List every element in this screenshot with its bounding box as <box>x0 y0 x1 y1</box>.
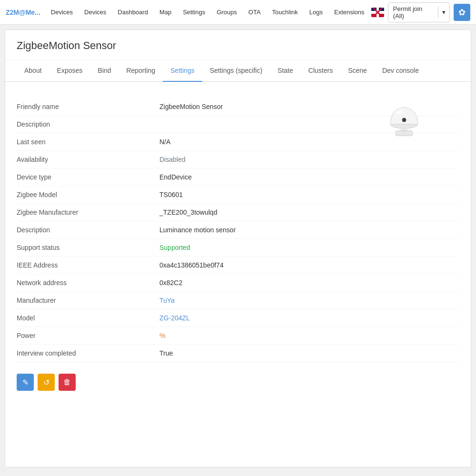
permit-join-label[interactable]: Permit join (All) <box>388 3 438 22</box>
info-value: EndDevice <box>159 173 192 181</box>
delete-icon: 🗑 <box>63 378 71 387</box>
info-label: IEEE Address <box>17 261 159 269</box>
refresh-icon: ↺ <box>43 378 50 387</box>
nav-dashboard[interactable]: Dashboard <box>113 6 153 19</box>
refresh-button[interactable]: ↺ <box>38 374 55 391</box>
main-content: ZigbeeMotion Sensor About Exposes Bind R… <box>5 30 471 467</box>
info-row: ManufacturerTuYa <box>17 292 459 309</box>
nav-extensions[interactable]: Extensions <box>329 6 369 19</box>
tab-settings[interactable]: Settings <box>163 60 202 82</box>
page-title: ZigbeeMotion Sensor <box>5 30 471 60</box>
tabs-container: About Exposes Bind Reporting Settings Se… <box>5 60 471 82</box>
sensor-svg <box>383 99 426 141</box>
info-label: Last seen <box>17 138 159 146</box>
info-row: Power% <box>17 327 459 345</box>
info-row: Zigbee ModelTS0601 <box>17 186 459 204</box>
brand-logo[interactable]: Z2M@Me... <box>6 9 40 16</box>
info-value: Disabled <box>159 156 185 163</box>
info-row: Device typeEndDevice <box>17 169 459 186</box>
info-row: Interview completedTrue <box>17 345 459 362</box>
info-row: ModelZG-204ZL <box>17 309 459 327</box>
info-value: 0xa4c1386051be0f74 <box>159 261 224 269</box>
info-value[interactable]: ZG-204ZL <box>159 314 190 322</box>
info-value: Supported <box>159 244 190 251</box>
navbar-right: Permit join (All) ▾ ✿ <box>371 2 470 22</box>
tab-bind[interactable]: Bind <box>90 60 119 82</box>
info-label: Description <box>17 120 159 128</box>
info-value[interactable]: TuYa <box>159 297 175 304</box>
tab-clusters[interactable]: Clusters <box>301 60 340 82</box>
nav-settings[interactable]: Settings <box>178 6 210 19</box>
info-value: _TZE200_3towulqd <box>159 208 217 216</box>
nav-groups[interactable]: Groups <box>212 6 242 19</box>
nav-ota[interactable]: OTA <box>244 6 266 19</box>
nav-logs[interactable]: Logs <box>305 6 327 19</box>
tab-exposes[interactable]: Exposes <box>50 60 90 82</box>
svg-point-3 <box>403 119 405 121</box>
delete-button[interactable]: 🗑 <box>59 374 76 391</box>
tab-scene[interactable]: Scene <box>340 60 375 82</box>
info-label: Support status <box>17 244 159 251</box>
info-row: DescriptionLuminance motion sensor <box>17 221 459 239</box>
info-label: Friendly name <box>17 103 159 110</box>
info-row: AvailabilityDisabled <box>17 151 459 169</box>
tab-state[interactable]: State <box>270 60 301 82</box>
info-row: Network address0x82C2 <box>17 274 459 292</box>
device-image <box>376 91 433 149</box>
edit-icon: ✎ <box>22 378 29 387</box>
language-flag[interactable] <box>371 8 384 17</box>
info-label: Network address <box>17 279 159 287</box>
info-value: % <box>159 332 165 339</box>
top-navbar: Z2M@Me... Devices Devices Dashboard Map … <box>0 0 476 25</box>
action-buttons: ✎ ↺ 🗑 <box>17 374 459 391</box>
info-row: Support statusSupported <box>17 239 459 257</box>
edit-button[interactable]: ✎ <box>17 374 34 391</box>
info-value: True <box>159 349 173 357</box>
info-label: Zigbee Model <box>17 191 159 198</box>
permit-join-button[interactable]: Permit join (All) ▾ <box>388 2 450 22</box>
info-row: Zigbee Manufacturer_TZE200_3towulqd <box>17 204 459 221</box>
info-value: 0x82C2 <box>159 279 182 287</box>
tab-reporting[interactable]: Reporting <box>119 60 163 82</box>
info-label: Zigbee Manufacturer <box>17 208 159 216</box>
info-label: Device type <box>17 173 159 181</box>
info-label: Availability <box>17 156 159 163</box>
info-value: TS0601 <box>159 191 183 198</box>
info-label: Interview completed <box>17 349 159 357</box>
info-value: Luminance motion sensor <box>159 226 236 234</box>
content-area: Friendly nameZigbeeMotion SensorDescript… <box>5 82 471 402</box>
nav-map[interactable]: Map <box>155 6 176 19</box>
info-value: ZigbeeMotion Sensor <box>159 103 223 110</box>
nav-touchlink[interactable]: Touchlink <box>268 6 303 19</box>
sunflower-icon: ✿ <box>458 7 466 18</box>
settings-icon-button[interactable]: ✿ <box>454 4 470 21</box>
tab-about[interactable]: About <box>17 60 50 82</box>
nav-devices-2[interactable]: Devices <box>79 6 111 19</box>
info-value: N/A <box>159 138 170 146</box>
info-label: Manufacturer <box>17 297 159 304</box>
info-label: Description <box>17 226 159 234</box>
tab-settings-specific[interactable]: Settings (specific) <box>202 60 270 82</box>
info-row: IEEE Address0xa4c1386051be0f74 <box>17 257 459 274</box>
info-label: Model <box>17 314 159 322</box>
svg-rect-5 <box>401 129 407 132</box>
nav-devices-1[interactable]: Devices <box>46 6 78 19</box>
tab-dev-console[interactable]: Dev console <box>375 60 426 82</box>
info-label: Power <box>17 332 159 339</box>
permit-join-arrow[interactable]: ▾ <box>438 6 449 18</box>
